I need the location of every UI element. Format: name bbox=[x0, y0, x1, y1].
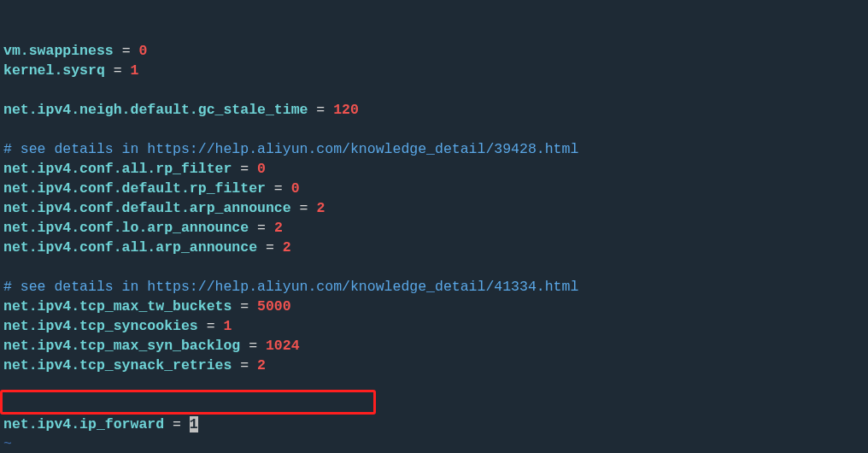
sysctl-key: net.ipv4.neigh.default.gc_stale_time bbox=[3, 102, 308, 118]
code-line: net.ipv4.conf.lo.arp_announce = 2 bbox=[3, 218, 865, 238]
sysctl-value: 1024 bbox=[266, 338, 300, 354]
sysctl-key: net.ipv4.conf.all.arp_announce bbox=[3, 239, 257, 256]
sysctl-value: 2 bbox=[257, 357, 266, 374]
code-line: net.ipv4.tcp_max_syn_backlog = 1024 bbox=[3, 336, 865, 356]
code-line: net.ipv4.tcp_synack_retries = 2 bbox=[3, 356, 865, 375]
sysctl-value: 0 bbox=[291, 180, 300, 197]
code-line bbox=[3, 257, 865, 277]
terminal-editor[interactable]: vm.swappiness = 0kernel.sysrq = 1 net.ip… bbox=[0, 0, 868, 453]
equals-sign: = bbox=[114, 43, 139, 59]
vim-empty-line-tilde: ~ bbox=[3, 436, 12, 452]
equals-sign: = bbox=[232, 298, 257, 315]
sysctl-key: net.ipv4.tcp_synack_retries bbox=[3, 357, 232, 374]
code-line bbox=[3, 395, 865, 415]
sysctl-value: 5000 bbox=[257, 298, 291, 315]
code-line: net.ipv4.conf.default.arp_announce = 2 bbox=[3, 198, 865, 218]
code-line: net.ipv4.conf.all.rp_filter = 0 bbox=[3, 159, 865, 179]
sysctl-key: net.ipv4.conf.default.rp_filter bbox=[3, 180, 266, 197]
equals-sign: = bbox=[240, 338, 266, 354]
code-line bbox=[3, 375, 865, 395]
cursor-value: 1 bbox=[190, 416, 198, 432]
equals-sign: = bbox=[291, 200, 317, 216]
sysctl-key: vm.swappiness bbox=[3, 43, 114, 59]
equals-sign: = bbox=[249, 220, 274, 236]
code-line: net.ipv4.conf.default.rp_filter = 0 bbox=[3, 179, 865, 198]
sysctl-key: kernel.sysrq bbox=[3, 62, 105, 79]
code-line: net.ipv4.conf.all.arp_announce = 2 bbox=[3, 238, 865, 257]
code-line: # see details in https://help.aliyun.com… bbox=[3, 277, 865, 297]
code-line: # see details in https://help.aliyun.com… bbox=[3, 139, 865, 159]
comment-text: # see details in https://help.aliyun.com… bbox=[3, 279, 578, 295]
equals-sign: = bbox=[232, 161, 257, 177]
code-line bbox=[3, 80, 865, 100]
code-line: ~ bbox=[3, 434, 865, 453]
equals-sign: = bbox=[266, 180, 291, 197]
equals-sign: = bbox=[164, 416, 190, 432]
sysctl-value: 0 bbox=[138, 43, 147, 59]
code-line: net.ipv4.ip_forward = 1 bbox=[3, 415, 865, 434]
sysctl-key: net.ipv4.conf.default.arp_announce bbox=[3, 200, 291, 216]
sysctl-value: 2 bbox=[316, 200, 325, 216]
code-line: kernel.sysrq = 1 bbox=[3, 61, 865, 80]
code-line: vm.swappiness = 0 bbox=[3, 41, 865, 61]
code-line bbox=[3, 120, 865, 139]
sysctl-key: net.ipv4.tcp_max_syn_backlog bbox=[3, 338, 240, 354]
equals-sign: = bbox=[308, 102, 333, 118]
sysctl-value: 1 bbox=[131, 62, 139, 79]
comment-text: # see details in https://help.aliyun.com… bbox=[3, 141, 578, 157]
sysctl-value: 1 bbox=[223, 318, 232, 334]
equals-sign: = bbox=[105, 62, 131, 79]
equals-sign: = bbox=[232, 357, 257, 374]
equals-sign: = bbox=[198, 318, 224, 334]
equals-sign: = bbox=[257, 239, 283, 256]
sysctl-key: net.ipv4.conf.all.rp_filter bbox=[3, 161, 232, 177]
code-line: net.ipv4.tcp_max_tw_buckets = 5000 bbox=[3, 297, 865, 316]
sysctl-value: 0 bbox=[257, 161, 266, 177]
sysctl-key: net.ipv4.conf.lo.arp_announce bbox=[3, 220, 249, 236]
sysctl-key: net.ipv4.ip_forward bbox=[3, 416, 164, 432]
sysctl-value: 2 bbox=[283, 239, 291, 256]
sysctl-key: net.ipv4.tcp_syncookies bbox=[3, 318, 198, 334]
sysctl-value: 120 bbox=[333, 102, 359, 118]
code-line: net.ipv4.neigh.default.gc_stale_time = 1… bbox=[3, 100, 865, 120]
code-line: net.ipv4.tcp_syncookies = 1 bbox=[3, 316, 865, 336]
sysctl-key: net.ipv4.tcp_max_tw_buckets bbox=[3, 298, 232, 315]
sysctl-value: 2 bbox=[274, 220, 283, 236]
